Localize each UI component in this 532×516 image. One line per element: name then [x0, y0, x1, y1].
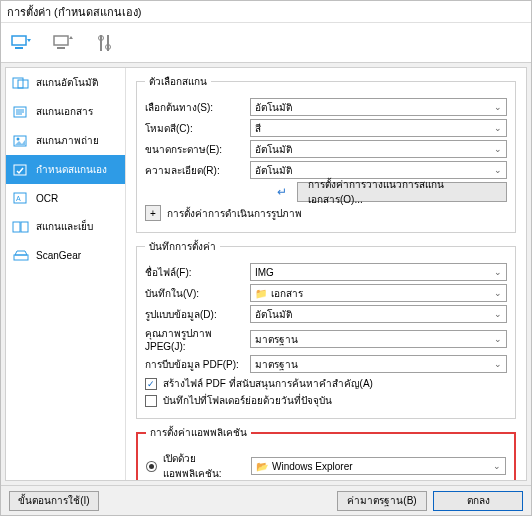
svg-rect-4 — [100, 35, 102, 51]
ocr-icon: A — [12, 191, 30, 205]
chevron-down-icon: ⌄ — [488, 288, 502, 298]
save-subfolder-checkbox[interactable]: บันทึกไปที่โฟลเดอร์ย่อยด้วยวันที่ปัจจุบั… — [145, 393, 507, 408]
chevron-down-icon: ⌄ — [488, 123, 502, 133]
svg-point-15 — [17, 137, 20, 140]
window-title: การตั้งค่า (กำหนดสแกนเอง) — [7, 3, 141, 21]
filename-label: ชื่อไฟล์(F): — [145, 265, 250, 280]
chevron-down-icon: ⌄ — [488, 359, 502, 369]
folder-dropdown[interactable]: 📁เอกสาร⌄ — [250, 284, 507, 302]
sidebar-item-stitch[interactable]: สแกนและเย็บ — [6, 212, 125, 241]
format-label: รูปแบบข้อมูล(D): — [145, 307, 250, 322]
chevron-down-icon: ⌄ — [487, 461, 501, 471]
folder-icon: 📁 — [255, 287, 267, 299]
save-settings-group: บันทึกการตั้งค่า ชื่อไฟล์(F): IMG⌄ บันทึ… — [136, 239, 516, 419]
sidebar-item-label: ScanGear — [36, 250, 81, 261]
instructions-button[interactable]: ขั้นตอนการใช้(I) — [9, 491, 99, 511]
svg-rect-1 — [15, 47, 23, 49]
chevron-down-icon: ⌄ — [488, 165, 502, 175]
paper-dropdown[interactable]: อัตโนมัติ⌄ — [250, 140, 507, 158]
content-area: สแกนอัตโนมัติ สแกนเอกสาร สแกนภาพถ่าย กำห… — [5, 67, 527, 481]
bottom-bar: ขั้นตอนการใช้(I) ค่ามาตรฐาน(B) ตกลง — [1, 485, 531, 515]
checkbox-label: สร้างไฟล์ PDF ที่สนับสนุนการค้นหาคำสำคัญ… — [163, 376, 373, 391]
reset-icon[interactable]: ↵ — [277, 185, 287, 199]
scangear-icon — [12, 248, 30, 262]
paper-label: ขนาดกระดาษ(E): — [145, 142, 250, 157]
sidebar-item-label: สแกนภาพถ่าย — [36, 133, 99, 148]
jpeg-dropdown[interactable]: มาตรฐาน⌄ — [250, 330, 507, 348]
sidebar-item-label: OCR — [36, 193, 58, 204]
scan-options-group: ตัวเลือกสแกน เลือกต้นทาง(S): อัตโนมัติ⌄ … — [136, 74, 516, 233]
custom-icon — [12, 163, 30, 177]
format-dropdown[interactable]: อัตโนมัติ⌄ — [250, 305, 507, 323]
open-with-radio[interactable]: เปิดด้วยแอพพลิเคชัน: — [146, 451, 251, 480]
radio-label: เปิดด้วยแอพพลิเคชัน: — [163, 451, 251, 480]
source-dropdown[interactable]: อัตโนมัติ⌄ — [250, 98, 507, 116]
sidebar-item-custom[interactable]: กำหนดสแกนเอง — [6, 155, 125, 184]
sidebar-item-label: สแกนอัตโนมัติ — [36, 75, 98, 90]
settings-window: การตั้งค่า (กำหนดสแกนเอง) สแกนอัตโนมัติ … — [0, 0, 532, 516]
chevron-down-icon: ⌄ — [488, 102, 502, 112]
scan-from-computer-icon[interactable] — [9, 31, 33, 55]
scan-from-panel-icon[interactable] — [51, 31, 75, 55]
chevron-down-icon: ⌄ — [488, 309, 502, 319]
checkbox-label: บันทึกไปที่โฟลเดอร์ย่อยด้วยวันที่ปัจจุบั… — [163, 393, 332, 408]
folder-label: บันทึกใน(V): — [145, 286, 250, 301]
main-panel: ตัวเลือกสแกน เลือกต้นทาง(S): อัตโนมัติ⌄ … — [126, 68, 526, 480]
svg-rect-3 — [57, 47, 65, 49]
expand-image-processing-button[interactable]: + — [145, 205, 161, 221]
svg-rect-5 — [107, 35, 109, 51]
resolution-label: ความละเอียด(R): — [145, 163, 250, 178]
pdf-dropdown[interactable]: มาตรฐาน⌄ — [250, 355, 507, 373]
chevron-down-icon: ⌄ — [488, 267, 502, 277]
source-label: เลือกต้นทาง(S): — [145, 100, 250, 115]
sidebar-item-label: กำหนดสแกนเอง — [36, 162, 107, 177]
checkbox-checked-icon: ✓ — [145, 378, 157, 390]
svg-rect-21 — [14, 255, 28, 260]
filename-combo[interactable]: IMG⌄ — [250, 263, 507, 281]
open-with-dropdown[interactable]: 📂Windows Explorer⌄ — [251, 457, 506, 475]
svg-text:A: A — [16, 195, 21, 202]
image-processing-label: การตั้งค่าการดำเนินการรูปภาพ — [167, 206, 302, 221]
svg-rect-0 — [12, 36, 26, 45]
doc-orientation-button[interactable]: การตั้งค่าการวางแนวการสแกนเอกสาร(O)... — [297, 182, 507, 202]
sidebar-item-label: สแกนและเย็บ — [36, 219, 93, 234]
photo-icon — [12, 134, 30, 148]
sidebar: สแกนอัตโนมัติ สแกนเอกสาร สแกนภาพถ่าย กำห… — [6, 68, 126, 480]
sidebar-item-label: สแกนเอกสาร — [36, 104, 93, 119]
ok-button[interactable]: ตกลง — [433, 491, 523, 511]
svg-rect-16 — [14, 165, 26, 175]
auto-icon — [12, 76, 30, 90]
scan-options-legend: ตัวเลือกสแกน — [145, 74, 211, 89]
app-settings-group: การตั้งค่าแอพพลิเคชัน เปิดด้วยแอพพลิเคชั… — [136, 425, 516, 480]
stitch-icon — [12, 220, 30, 234]
svg-rect-20 — [21, 222, 28, 232]
sidebar-item-ocr[interactable]: A OCR — [6, 184, 125, 212]
app-settings-legend: การตั้งค่าแอพพลิเคชัน — [146, 425, 251, 440]
radio-selected-icon — [146, 461, 157, 472]
chevron-down-icon: ⌄ — [488, 334, 502, 344]
titlebar: การตั้งค่า (กำหนดสแกนเอง) — [1, 1, 531, 23]
chevron-down-icon: ⌄ — [488, 144, 502, 154]
pdf-keyword-checkbox[interactable]: ✓ สร้างไฟล์ PDF ที่สนับสนุนการค้นหาคำสำค… — [145, 376, 507, 391]
svg-rect-19 — [13, 222, 20, 232]
svg-rect-2 — [54, 36, 68, 45]
explorer-icon: 📂 — [256, 460, 268, 472]
sidebar-item-document[interactable]: สแกนเอกสาร — [6, 97, 125, 126]
jpeg-label: คุณภาพรูปภาพ JPEG(J): — [145, 326, 250, 352]
tools-icon[interactable] — [93, 31, 117, 55]
save-settings-legend: บันทึกการตั้งค่า — [145, 239, 220, 254]
checkbox-unchecked-icon — [145, 395, 157, 407]
sidebar-item-scangear[interactable]: ScanGear — [6, 241, 125, 269]
toolbar — [1, 23, 531, 63]
mode-dropdown[interactable]: สี⌄ — [250, 119, 507, 137]
pdf-label: การบีบข้อมูล PDF(P): — [145, 357, 250, 372]
defaults-button[interactable]: ค่ามาตรฐาน(B) — [337, 491, 427, 511]
sidebar-item-auto[interactable]: สแกนอัตโนมัติ — [6, 68, 125, 97]
document-icon — [12, 105, 30, 119]
mode-label: โหมดสี(C): — [145, 121, 250, 136]
sidebar-item-photo[interactable]: สแกนภาพถ่าย — [6, 126, 125, 155]
